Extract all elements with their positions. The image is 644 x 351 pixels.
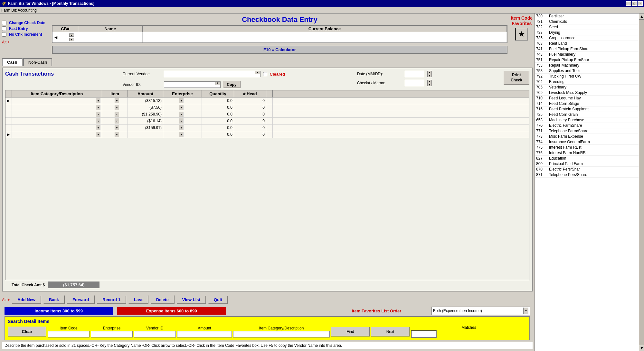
vendor-dropdown-arrow[interactable]: ▼ [255,71,260,74]
list-item[interactable]: 732Seed [535,24,639,30]
row-enterprise-input[interactable]: 6510 [165,112,179,116]
item-arrow[interactable]: ▼ [115,112,119,117]
row-description-input[interactable]: Misc feeds [13,119,96,123]
ent-arrow[interactable]: ▼ [179,125,184,130]
row-description-input[interactable]: SALT & MINERAL [13,112,96,116]
last-button[interactable]: Last [128,295,148,304]
row-description-input[interactable]: HOGS SALT & MINERAL [13,105,96,110]
record-button[interactable]: Record 1 [97,295,126,304]
list-item[interactable]: 730Fertilizer [535,14,639,19]
list-item[interactable]: 792Trucking Hired CW [535,74,639,79]
check-spin-up[interactable]: ▲ [427,80,432,83]
list-item[interactable]: 741Fuel Pickup FarmShare [535,46,639,52]
item-arrow[interactable]: ▼ [115,125,119,130]
list-item[interactable]: 775Interest Farm REst [535,145,639,150]
print-check-button[interactable]: Print Check [504,71,529,85]
tab-cash[interactable]: Cash [2,58,23,66]
row-enterprise-input[interactable]: 6290 [165,98,179,103]
list-item[interactable]: 770Electric FarmShare [535,123,639,128]
list-item[interactable]: 800Principal Paid Farm [535,161,639,167]
date-spin-up[interactable]: ▲ [427,71,432,74]
amount-search-input[interactable] [177,331,232,337]
close-button[interactable]: × [638,1,643,6]
enterprise-search-input[interactable] [91,331,133,337]
list-item[interactable]: 768Rent Land [535,41,639,46]
item-code-list[interactable]: 730Fertilizer731Chemicals732Seed733Dryin… [535,14,639,351]
list-item[interactable]: 735Crop Insurance [535,35,639,41]
change-check-date-checkbox[interactable] [2,21,6,25]
forward-button[interactable]: Forward [67,295,95,304]
desc-arrow[interactable]: ▼ [96,105,100,110]
row-enterprise-input[interactable] [165,132,179,137]
no-chk-increment-checkbox[interactable] [2,32,6,37]
list-item[interactable]: 731Chemicals [535,19,639,24]
vendor-id-dropdown-arrow[interactable]: ▼ [215,82,220,85]
fast-entry-checkbox[interactable] [2,26,6,31]
list-item[interactable]: 716Feed Protein Supplmnt [535,106,639,112]
item-arrow[interactable]: ▼ [115,98,119,103]
list-item[interactable]: 827Education [535,156,639,161]
list-item[interactable]: 758Supplies and Tools [535,68,639,74]
row-enterprise-input[interactable]: 6510 [165,125,179,130]
row-enterprise-input[interactable]: 6510 [165,105,179,110]
desc-arrow[interactable]: ▼ [96,118,100,124]
row-item-input[interactable]: 716 [103,98,115,103]
row-item-input[interactable] [103,132,115,137]
ent-arrow[interactable]: ▼ [179,98,184,103]
list-item[interactable]: 870Electric Pers/Shar [535,167,639,172]
list-item[interactable]: 704Breeding [535,79,639,85]
list-item[interactable]: 733Drying [535,30,639,35]
clear-button[interactable]: Clear [8,327,46,337]
desc-arrow[interactable]: ▼ [96,125,100,130]
cleared-checkbox[interactable] [263,72,267,76]
list-item[interactable]: 773Misc Farm Expense [535,134,639,139]
row-item-input[interactable]: 716 [103,112,115,116]
list-item[interactable]: 751Repair Pickup FrmShar [535,57,639,63]
menu-item-farmbiz[interactable]: Farm Biz Accounting [1,8,37,13]
quit-button[interactable]: Quit [208,295,228,304]
row-enterprise-input[interactable]: 6510 [165,119,179,123]
item-arrow[interactable]: ▼ [115,132,119,137]
matches-input[interactable] [411,330,437,338]
ent-arrow[interactable]: ▼ [179,112,184,117]
favorites-dropdown[interactable]: Both (Expense then Income) ▼ [431,307,530,315]
list-item[interactable]: 771Telephone Farm/Share [535,128,639,134]
description-search-input[interactable] [233,331,330,337]
ent-arrow[interactable]: ▼ [179,118,184,124]
view-list-button[interactable]: View List [176,295,206,304]
vendor-id-search-input[interactable] [134,331,176,337]
row-description-input[interactable] [13,132,96,137]
desc-arrow[interactable]: ▼ [96,132,100,137]
desc-arrow[interactable]: ▼ [96,98,100,103]
copy-button[interactable]: Copy [223,81,241,88]
list-item[interactable]: 710Feed Legume Hay [535,96,639,101]
list-item[interactable]: 743Fuel Machinery [535,52,639,57]
list-item[interactable]: 725Feed Corn Grain [535,112,639,117]
row-description-input[interactable]: misc [13,125,96,130]
minimize-button[interactable]: _ [626,1,631,6]
list-item[interactable]: 709Livestock Misc Supply [535,90,639,96]
income-button[interactable]: Income Items 300 to 599 [5,307,113,315]
cleared-label[interactable]: Cleared [270,72,285,77]
item-arrow[interactable]: ▼ [115,118,119,124]
cb-arrow[interactable]: ◀ [54,35,57,40]
menu-bar[interactable]: Farm Biz Accounting [0,7,644,14]
current-vendor-input[interactable]: Riverview Feed [164,71,255,77]
list-item[interactable]: 774Insurance GeneralFarm [535,139,639,145]
row-description-input[interactable]: DAIRY SALT & MIN [13,98,96,103]
window-controls[interactable]: _ □ × [626,1,643,6]
tab-non-cash[interactable]: Non-Cash [23,58,52,66]
date-input[interactable]: 01/07 [405,71,424,77]
list-item[interactable]: 871Telephone Pers/Share [535,172,639,178]
cb-balance-input[interactable]: 2795.20 [145,35,505,40]
cb-number-input[interactable]: 1 [59,35,65,40]
favorites-dropdown-arrow[interactable]: ▼ [523,308,528,314]
desc-arrow[interactable]: ▼ [96,112,100,117]
date-spin-down[interactable]: ▼ [427,74,432,77]
cb-name-input[interactable]: FSB Bank [80,35,140,40]
favorites-icon-button[interactable]: ★ [515,28,528,41]
maximize-button[interactable]: □ [632,1,637,6]
find-button[interactable]: Find [331,327,370,337]
delete-button[interactable]: Delete [150,295,175,304]
scroll-up-button[interactable]: ▲ [639,14,644,20]
